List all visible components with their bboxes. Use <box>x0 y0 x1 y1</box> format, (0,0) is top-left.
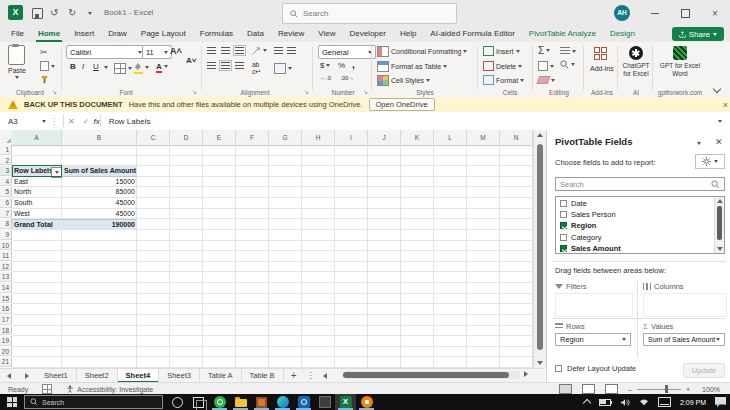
font-dialog-launcher[interactable]: ↘ <box>192 88 197 95</box>
horizontal-align-icons[interactable] <box>207 62 244 69</box>
row-header-3[interactable]: 3 <box>0 166 12 176</box>
sort-filter-button[interactable] <box>560 47 576 55</box>
sheet-tab-sheet1[interactable]: Sheet1 <box>36 369 77 383</box>
page-break-view-icon[interactable] <box>605 384 618 394</box>
taskbar-edge-button[interactable] <box>272 394 293 410</box>
formula-bar-handle[interactable]: ⋮ <box>46 117 63 126</box>
pivot-row-label-north[interactable]: North <box>12 187 62 198</box>
pivot-value-south[interactable]: 45000 <box>62 198 137 209</box>
row-header-18[interactable]: 18 <box>0 326 12 336</box>
number-format-combo[interactable]: General <box>318 45 376 59</box>
taskbar-task-view-button[interactable] <box>188 394 209 410</box>
battery-icon[interactable] <box>599 399 611 406</box>
qat-customize-icon[interactable] <box>88 12 92 15</box>
hscroll-left-icon[interactable] <box>318 369 332 383</box>
column-header-m[interactable]: M <box>467 130 500 146</box>
sheet-more-icon[interactable]: ⋮ <box>304 369 318 383</box>
row-header-10[interactable]: 10 <box>0 241 12 251</box>
row-header-2[interactable]: 2 <box>0 156 12 166</box>
rows-field-chip[interactable]: Region <box>555 333 631 346</box>
pivot-grand-total-label[interactable]: Grand Total <box>12 219 62 230</box>
tray-expand-icon[interactable] <box>583 399 591 407</box>
row-header-17[interactable]: 17 <box>0 315 12 325</box>
vertical-scrollbar[interactable] <box>533 130 546 368</box>
row-header-8[interactable]: 8 <box>0 219 12 229</box>
pivot-header-sum-of-sales-amount[interactable]: Sum of Sales Amount <box>62 166 137 177</box>
column-header-e[interactable]: E <box>203 130 236 146</box>
ribbon-tab-design[interactable]: Design <box>603 26 642 42</box>
row-header-15[interactable]: 15 <box>0 294 12 304</box>
pivot-row-label-west[interactable]: West <box>12 209 62 220</box>
ribbon-tab-insert[interactable]: Insert <box>67 26 101 42</box>
column-header-c[interactable]: C <box>137 130 170 146</box>
notification-center-icon[interactable] <box>715 397 726 407</box>
gpt-for-excel-word-button[interactable]: GPT for Excel Word <box>658 46 702 77</box>
paste-button[interactable]: Paste <box>8 45 26 79</box>
bold-button[interactable]: B <box>70 62 76 71</box>
ribbon-tab-help[interactable]: Help <box>393 26 423 42</box>
taskbar-whatsapp-button[interactable] <box>209 394 230 410</box>
sheet-prev-icon[interactable] <box>0 369 18 383</box>
ribbon-tab-page-layout[interactable]: Page Layout <box>134 26 193 42</box>
column-header-k[interactable]: K <box>401 130 434 146</box>
field-item-sales-person[interactable]: Sales Person <box>556 209 714 220</box>
new-sheet-button[interactable]: + <box>284 369 304 383</box>
column-header-h[interactable]: H <box>302 130 335 146</box>
delete-cells-button[interactable]: Delete <box>483 61 522 71</box>
zoom-in-icon[interactable]: + <box>686 386 690 393</box>
number-dialog-launcher[interactable]: ↘ <box>363 88 368 95</box>
merge-center-button[interactable] <box>274 63 292 74</box>
sheet-tab-sheet2[interactable]: Sheet2 <box>77 369 118 383</box>
clipboard-dialog-launcher[interactable]: ↘ <box>52 88 57 95</box>
field-checkbox-sales-amount[interactable] <box>560 245 567 252</box>
field-item-date[interactable]: Date <box>556 198 714 209</box>
taskbar-browser-button[interactable] <box>356 394 377 410</box>
row-header-14[interactable]: 14 <box>0 283 12 293</box>
percent-format-button[interactable]: % <box>338 61 345 70</box>
share-button[interactable]: Share <box>672 27 724 41</box>
row-header-1[interactable]: 1 <box>0 145 12 155</box>
ribbon-tab-developer[interactable]: Developer <box>342 26 392 42</box>
row-header-5[interactable]: 5 <box>0 187 12 197</box>
italic-button[interactable]: I <box>82 62 84 71</box>
format-cells-button[interactable]: Format <box>483 75 524 85</box>
column-header-d[interactable]: D <box>170 130 203 146</box>
field-item-sales-amount[interactable]: Sales Amount <box>556 243 714 254</box>
conditional-formatting-button[interactable]: Conditional Formatting <box>377 46 467 57</box>
defer-layout-update[interactable]: Defer Layout Update <box>555 364 636 373</box>
sheet-tab-sheet4[interactable]: Sheet4 <box>118 369 160 383</box>
enter-icon[interactable]: ✓ <box>79 117 94 126</box>
fields-search-box[interactable]: Search <box>555 177 725 191</box>
row-header-12[interactable]: 12 <box>0 262 12 272</box>
row-header-20[interactable]: 20 <box>0 347 12 357</box>
network-icon[interactable] <box>639 398 649 406</box>
redo-icon[interactable]: ↻ <box>68 0 76 26</box>
pivot-value-east[interactable]: 15000 <box>62 177 137 188</box>
font-size-combo[interactable]: 11 <box>142 45 172 59</box>
vertical-align-icons[interactable] <box>207 47 244 54</box>
wrap-text-button[interactable]: abc↩ <box>252 61 261 76</box>
zoom-level[interactable]: 100% <box>702 386 720 393</box>
normal-view-icon[interactable] <box>559 384 572 394</box>
increase-decimal-button[interactable]: ←.0 <box>320 75 331 81</box>
taskbar-terminal-button[interactable] <box>314 394 335 410</box>
add-ins-button[interactable]: Add-ins <box>590 47 614 72</box>
scroll-up-icon[interactable] <box>537 133 543 137</box>
format-painter-button[interactable] <box>40 75 49 84</box>
row-header-6[interactable]: 6 <box>0 198 12 208</box>
comma-format-button[interactable]: , <box>352 59 355 70</box>
update-button[interactable]: Update <box>683 363 725 378</box>
close-button[interactable]: × <box>700 0 730 26</box>
zoom-slider[interactable] <box>637 389 681 390</box>
fill-color-button[interactable] <box>134 62 149 72</box>
ribbon-tab-draw[interactable]: Draw <box>101 26 134 42</box>
font-name-combo[interactable]: Calibri <box>66 45 146 59</box>
scroll-up-icon[interactable] <box>717 199 723 203</box>
accounting-format-button[interactable]: $ <box>320 61 330 70</box>
taskbar-outlook-button[interactable] <box>293 394 314 410</box>
minimize-button[interactable] <box>640 0 670 26</box>
underline-chevron-icon[interactable] <box>104 66 108 69</box>
font-color-button[interactable]: A <box>156 62 168 71</box>
chatgpt-for-excel-button[interactable]: ChatGPT for Excel <box>622 46 650 77</box>
taskbar-search-box[interactable]: Search <box>24 395 163 409</box>
